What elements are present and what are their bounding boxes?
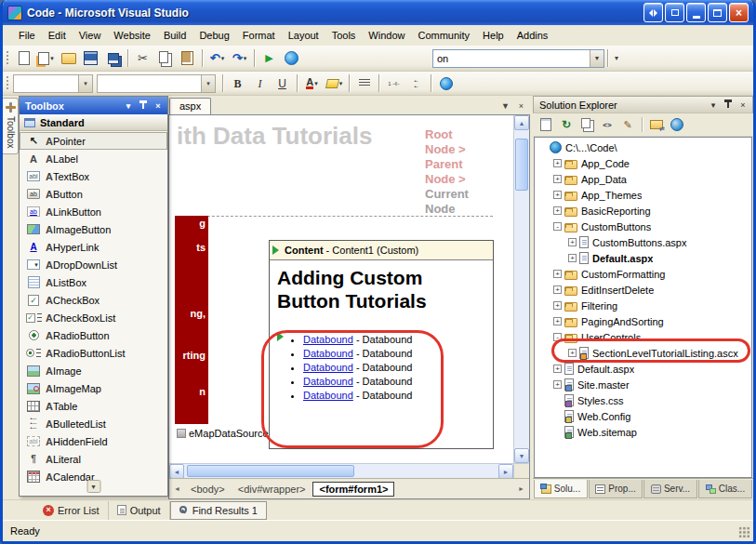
toolbox-item[interactable]: Button — [20, 185, 167, 203]
toolbox-item[interactable]: TextBox — [20, 167, 167, 185]
scrollbar-thumb[interactable] — [187, 465, 354, 477]
save-button[interactable] — [80, 48, 101, 69]
toolbox-item[interactable]: Pointer — [20, 132, 167, 150]
hyperlink-button[interactable] — [435, 73, 457, 94]
cut-button[interactable]: ✂ — [132, 48, 153, 69]
toolbar-grip[interactable] — [6, 75, 9, 91]
pin-icon[interactable] — [722, 99, 735, 112]
window-nav-button[interactable] — [643, 3, 663, 22]
menu-item[interactable]: Community — [411, 27, 476, 44]
properties-button[interactable] — [537, 115, 555, 134]
add-new-item-button[interactable] — [35, 48, 57, 69]
toolbox-item[interactable]: ImageMap — [20, 379, 167, 397]
tag-scroll-right-icon[interactable]: ► — [515, 485, 527, 492]
toolbox-item[interactable]: ImageButton — [20, 220, 167, 238]
expander-icon[interactable]: + — [553, 285, 562, 294]
expander-icon[interactable]: - — [553, 222, 562, 231]
panel-tab[interactable]: Prop... — [589, 480, 643, 498]
tree-item[interactable]: + CustomButtons.aspx — [535, 234, 751, 250]
tree-item[interactable]: Web.sitemap — [535, 424, 751, 440]
tree-item[interactable]: + BasicReporting — [535, 203, 751, 219]
expander-icon[interactable]: + — [553, 206, 562, 215]
menu-item[interactable]: Layout — [282, 27, 325, 44]
copy-website-button[interactable] — [647, 115, 666, 134]
breadcrumb-node[interactable]: Parent Node > — [425, 157, 477, 187]
paste-button[interactable] — [177, 48, 198, 69]
new-website-button[interactable] — [13, 48, 34, 69]
tree-item[interactable]: + EditInsertDelete — [535, 282, 751, 298]
document-close-icon[interactable]: × — [514, 99, 528, 113]
tree-item[interactable]: Styles.css — [535, 392, 751, 408]
menu-item[interactable]: Edit — [42, 27, 73, 44]
tree-item[interactable]: + Default.aspx — [535, 361, 751, 377]
horizontal-scrollbar[interactable]: ◄ ► — [169, 463, 529, 478]
menu-item[interactable]: Format — [236, 27, 282, 44]
menu-item[interactable]: View — [73, 27, 108, 44]
menu-item[interactable]: File — [12, 27, 42, 44]
close-button[interactable]: × — [729, 3, 749, 22]
tree-item[interactable]: + App_Themes — [535, 187, 751, 203]
tree-item[interactable]: + Filtering — [535, 298, 751, 313]
command-combo-input[interactable] — [433, 50, 590, 67]
bold-button[interactable]: B — [227, 73, 248, 94]
tag-path-item[interactable]: <form#form1> — [312, 482, 394, 497]
window-position-icon[interactable]: ▾ — [122, 100, 135, 113]
close-icon[interactable]: × — [152, 100, 165, 113]
style-combo[interactable] — [13, 74, 93, 93]
open-file-button[interactable] — [58, 48, 79, 69]
copy-button[interactable] — [154, 48, 176, 69]
tree-item[interactable]: + CustomFormatting — [535, 266, 751, 282]
panel-tab[interactable]: Clas... — [698, 480, 752, 498]
undo-button[interactable]: ↶ — [206, 48, 228, 69]
design-surface[interactable]: ith Data Tutorials Root Node >Parent Nod… — [169, 115, 529, 463]
scroll-down-icon[interactable]: ▼ — [514, 448, 529, 463]
smart-tag-icon[interactable] — [272, 245, 279, 255]
nest-related-files-button[interactable] — [577, 115, 596, 134]
toolbox-item[interactable]: HiddenField — [20, 432, 167, 450]
expander-icon[interactable]: + — [568, 254, 577, 262]
tag-path-item[interactable]: <body> — [185, 483, 231, 496]
document-tab[interactable]: aspx — [169, 98, 211, 114]
tree-item[interactable]: + App_Code — [535, 155, 751, 171]
scroll-up-icon[interactable]: ▲ — [514, 115, 529, 130]
underline-button[interactable]: U — [272, 73, 293, 94]
toolbox-item[interactable]: HyperLink — [20, 238, 167, 256]
toolbar-grip[interactable] — [6, 50, 9, 66]
panel-tab[interactable]: Serv... — [643, 480, 697, 498]
document-list-dropdown-icon[interactable]: ▼ — [498, 99, 512, 113]
save-all-button[interactable] — [102, 48, 124, 69]
expander-icon[interactable]: + — [553, 380, 562, 389]
view-code-button[interactable] — [598, 115, 617, 134]
toolbox-item[interactable]: Image — [20, 362, 167, 379]
menu-item[interactable]: Debug — [192, 27, 235, 44]
toolbox-item[interactable]: ListBox — [20, 273, 167, 291]
window-extra-button[interactable] — [665, 3, 684, 22]
content-region-header[interactable]: Content - Content1 (Custom) — [270, 241, 493, 260]
toolbox-item[interactable]: Literal — [20, 450, 167, 468]
menu-item[interactable]: Window — [362, 27, 411, 44]
close-icon[interactable]: × — [736, 99, 749, 112]
toolbox-item[interactable]: CheckBoxList — [20, 309, 167, 326]
menu-item[interactable]: Addins — [511, 27, 555, 44]
tree-item[interactable]: + PagingAndSorting — [535, 313, 751, 329]
browse-with-button[interactable] — [281, 48, 302, 69]
expander-icon[interactable]: + — [553, 365, 562, 373]
menu-item[interactable]: Website — [107, 27, 157, 44]
view-designer-button[interactable] — [618, 115, 637, 134]
redo-button[interactable]: ↷ — [229, 48, 250, 69]
align-button[interactable] — [353, 73, 375, 94]
bottom-tab[interactable]: Error List — [34, 501, 109, 520]
tree-item[interactable]: + Site.master — [535, 377, 751, 392]
expander-icon[interactable]: + — [568, 238, 577, 246]
toolbox-item[interactable]: CheckBox — [20, 291, 167, 309]
font-color-button[interactable]: A — [301, 73, 323, 94]
expander-icon[interactable]: + — [553, 301, 562, 310]
font-combo[interactable] — [97, 74, 216, 93]
combo-dropdown-icon[interactable]: ▼ — [590, 50, 603, 67]
command-combo[interactable]: ▼ — [432, 49, 604, 68]
scroll-left-icon[interactable]: ◄ — [169, 464, 184, 479]
menu-item[interactable]: Build — [157, 27, 192, 44]
pin-icon[interactable] — [137, 100, 150, 113]
toolbox-item[interactable]: Label — [20, 150, 167, 167]
menu-item[interactable]: Tools — [325, 27, 363, 44]
